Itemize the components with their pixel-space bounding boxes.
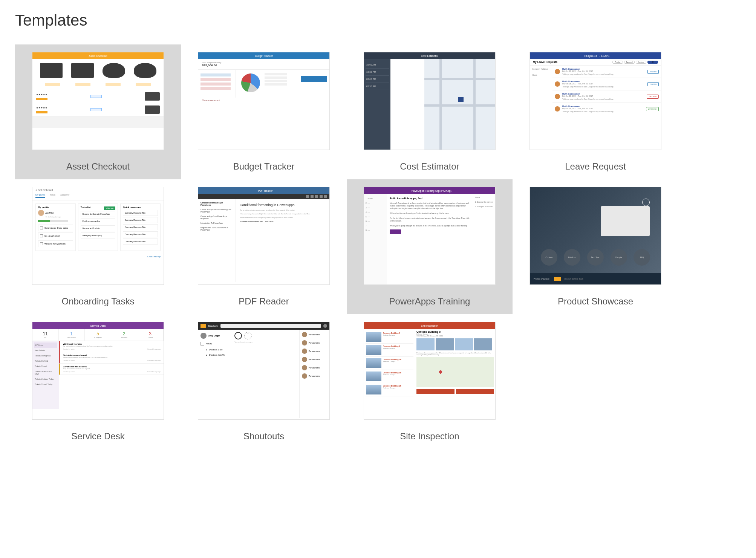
status-badge: DECLINED: [647, 95, 659, 99]
time-slot: 02:30 PM: [366, 83, 389, 90]
recipient-avatar: [234, 332, 242, 339]
template-card-leave-request[interactable]: REQUEST → LEAVE My Leave Requests Pendin…: [513, 44, 678, 179]
nav-item: About: [532, 74, 550, 76]
avatar: [555, 94, 560, 99]
template-card-powerapps-training[interactable]: PowerApps Training App (PATApp) 1. Home …: [347, 179, 513, 314]
request-desc: Taking a long weekend in San Diego for m…: [562, 98, 613, 100]
resource-item: Company Resource Title: [123, 224, 158, 230]
page-title: Templates: [15, 11, 741, 29]
project-item: [200, 83, 231, 86]
status-badge: APPROVED: [646, 107, 659, 111]
thumbnail-cost-estimator: Cost Estimator 10:00 AM 10:30 PM 02:00 P…: [364, 52, 496, 150]
thumbnail-pdf-reader: PDF Reader Conditional formatting in Pow…: [198, 187, 330, 285]
steps-title: Steps: [475, 196, 493, 199]
building-image: [366, 385, 381, 394]
template-label: Budget Tracker: [233, 161, 295, 172]
app-title: < Get Onboard: [32, 187, 164, 193]
thumb-header: PDF Reader: [198, 187, 329, 194]
thumbnail-budget-tracker: Budget Tracker 2017 Budget Summary $85,0…: [198, 52, 330, 150]
building-detail: Contoso Building 5 Bellevue Campus 15012…: [415, 329, 495, 419]
photo-gallery: [416, 338, 494, 350]
pill-declined: Declined: [636, 61, 646, 64]
chart-legend: [265, 72, 287, 87]
thumb-header: Service Desk: [32, 322, 164, 329]
template-label: Onboarding Tasks: [61, 296, 134, 307]
template-label: Shoutouts: [243, 431, 284, 442]
panel-todo: To-do list+ New task Become familiar wit…: [78, 203, 118, 251]
status-tag: [90, 95, 102, 98]
star-rating: ★★★★★: [36, 93, 47, 96]
search-bar: [220, 324, 321, 328]
device-thumb: [145, 92, 160, 101]
toolbar-icon: [311, 195, 314, 198]
device-image: [134, 63, 156, 78]
filter-pills: Pending Approved Declined All: [612, 61, 658, 64]
request-list: Ruth GoranssonFri, Oct 28, 2017 - Tue, O…: [552, 66, 661, 115]
list-item: Become an IT admin: [81, 225, 116, 231]
nav-item: 4. ----: [366, 210, 385, 214]
product-image: [601, 206, 650, 236]
person-item: Person name: [302, 373, 327, 379]
date-range: Fri, Oct 28, 2017 - Tue, Oct 31, 2017: [562, 70, 613, 72]
selection-indicator-icon: [642, 199, 650, 206]
request-desc: Taking a long weekend in San Diego for m…: [562, 86, 613, 88]
avatar: [302, 349, 307, 354]
device-image: [103, 63, 125, 78]
thumbnail-onboarding: < Get Onboard My profile Team Company My…: [32, 187, 164, 285]
document-view: Conditional formatting in PowerApps The …: [236, 199, 329, 282]
map-pin-icon: [438, 370, 442, 374]
person-item: Person name: [302, 357, 327, 362]
thumb-header: Budget Tracker: [198, 52, 329, 59]
nav-circle: Contoso: [541, 249, 557, 266]
template-card-pdf-reader[interactable]: PDF Reader Conditional formatting in Pow…: [181, 179, 347, 314]
building-item: Contoso Building 5Bellevue Campus: [366, 330, 413, 344]
list-item: Managing Team Inquiry: [81, 232, 116, 238]
status-tag: [90, 108, 102, 111]
brand-logo-icon: [554, 277, 561, 281]
template-card-asset-checkout[interactable]: Asset Checkout ★★★★★: [15, 44, 181, 179]
add-recipient-icon: +: [244, 332, 252, 339]
time-column: 10:00 AM 10:30 PM 02:00 PM 02:30 PM: [364, 59, 390, 150]
task-item: Set up work email: [38, 232, 73, 239]
step-item: 2. Navigate to lesson: [475, 205, 493, 208]
request-desc: Taking a long weekend in San Diego for m…: [562, 110, 613, 113]
pill-approved: Approved: [624, 61, 635, 64]
time-slot: 10:30 PM: [366, 69, 389, 76]
template-card-product-showcase[interactable]: Contoso Fabrikam Tech Spec Compile FAQ P…: [513, 179, 678, 314]
stat-label: All: [33, 336, 58, 338]
resource-item: Company Resource Title: [123, 238, 158, 245]
template-card-onboarding-tasks[interactable]: < Get Onboard My profile Team Company My…: [15, 179, 181, 314]
star-rating: ★★★★★: [36, 106, 47, 109]
template-card-cost-estimator[interactable]: Cost Estimator 10:00 AM 10:30 PM 02:00 P…: [347, 44, 513, 179]
building-item: Contoso Building 9Bellevue Campus: [366, 344, 413, 357]
document-list: Conditional formatting in PowerApps Crea…: [198, 199, 236, 282]
person-item: Person name: [302, 349, 327, 354]
building-list: Contoso Building 5Bellevue Campus Contos…: [364, 329, 415, 419]
avatar: [302, 373, 307, 379]
filler: [32, 116, 164, 128]
stat-label: Resolved: [112, 336, 136, 338]
nav-label: Shoutouts from Me: [209, 354, 225, 356]
avatar: [555, 69, 560, 74]
thumbnail-powerapps-training: PowerApps Training App (PATApp) 1. Home …: [364, 187, 496, 285]
stat-label: Closed: [138, 336, 162, 338]
doc-item: Create an App from PowerApps templates: [200, 215, 233, 220]
person-item: Person name: [302, 365, 327, 370]
template-card-site-inspection[interactable]: Site Inspection Contoso Building 5Bellev…: [347, 314, 513, 449]
nav-label: Activity: [206, 342, 212, 345]
nav-item: 6. ----: [366, 219, 385, 223]
resource-item: Company Resource Title: [123, 210, 158, 216]
template-card-shoutouts[interactable]: Shoutouts Emily Cruger Activity ▶ Shouto…: [181, 314, 347, 449]
add-tip-link: + Add a new Tip: [32, 254, 164, 259]
nav-item: Tickets Updated Today: [34, 376, 57, 382]
template-grid: Asset Checkout ★★★★★: [15, 44, 741, 449]
ticket-row: Certificate has expiredSays this website…: [59, 364, 164, 375]
showcase-footer: Product Showcase Microsoft Surface Book: [530, 273, 661, 284]
toolbar-icon: [324, 195, 327, 198]
toolbar-icon: [320, 195, 323, 198]
template-card-service-desk[interactable]: Service Desk 11All 1New Tickets 5In Prog…: [15, 314, 181, 449]
progress-bar: [38, 220, 68, 222]
template-card-budget-tracker[interactable]: Budget Tracker 2017 Budget Summary $85,0…: [181, 44, 347, 179]
stat-label: In Progress: [86, 336, 110, 338]
thumb-header: Site Inspection: [364, 322, 495, 329]
